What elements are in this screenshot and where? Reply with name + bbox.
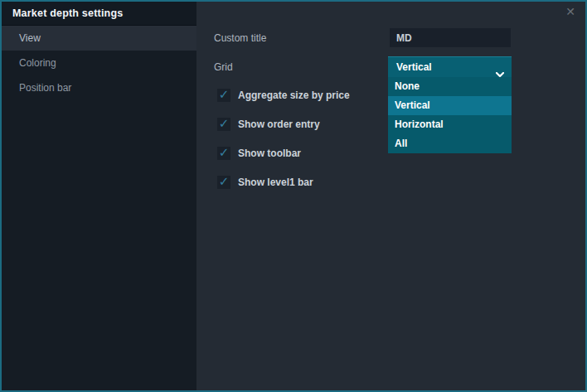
checkbox-label: Show order entry [238, 118, 320, 131]
checkbox-checked-icon[interactable]: ✓ [217, 89, 230, 102]
settings-content: ✕ Custom title Grid Vertical None Vertic… [196, 2, 585, 390]
custom-title-input[interactable] [390, 28, 511, 47]
checkbox-show-order-entry[interactable]: ✓ Show order entry [217, 118, 320, 131]
checkbox-checked-icon[interactable]: ✓ [217, 118, 230, 131]
checkbox-label: Show level1 bar [238, 176, 313, 189]
grid-select[interactable]: Vertical [388, 56, 512, 77]
sidebar-item-position-bar[interactable]: Position bar [2, 75, 196, 100]
checkbox-aggregate-size-by-price[interactable]: ✓ Aggregate size by price [217, 89, 350, 102]
checkbox-show-level1-bar[interactable]: ✓ Show level1 bar [217, 176, 313, 189]
checkbox-label: Show toolbar [238, 147, 301, 160]
market-depth-settings-dialog: Market depth settings View Coloring Posi… [0, 0, 587, 392]
custom-title-label: Custom title [214, 31, 266, 45]
settings-sidebar: Market depth settings View Coloring Posi… [2, 2, 196, 390]
checkbox-checked-icon[interactable]: ✓ [217, 147, 230, 160]
checkbox-checked-icon[interactable]: ✓ [217, 176, 230, 189]
grid-label: Grid [214, 60, 233, 74]
grid-option-horizontal[interactable]: Horizontal [388, 115, 512, 134]
dialog-title: Market depth settings [2, 2, 196, 26]
checkbox-show-toolbar[interactable]: ✓ Show toolbar [217, 147, 301, 160]
sidebar-item-view[interactable]: View [2, 26, 196, 51]
close-icon[interactable]: ✕ [563, 4, 578, 19]
grid-option-all[interactable]: All [388, 134, 512, 153]
checkbox-label: Aggregate size by price [238, 89, 350, 102]
grid-select-value: Vertical [396, 61, 432, 73]
grid-dropdown-list: None Vertical Horizontal All [388, 77, 512, 153]
grid-option-none[interactable]: None [388, 77, 512, 96]
grid-option-vertical[interactable]: Vertical [388, 96, 512, 115]
sidebar-item-coloring[interactable]: Coloring [2, 51, 196, 75]
